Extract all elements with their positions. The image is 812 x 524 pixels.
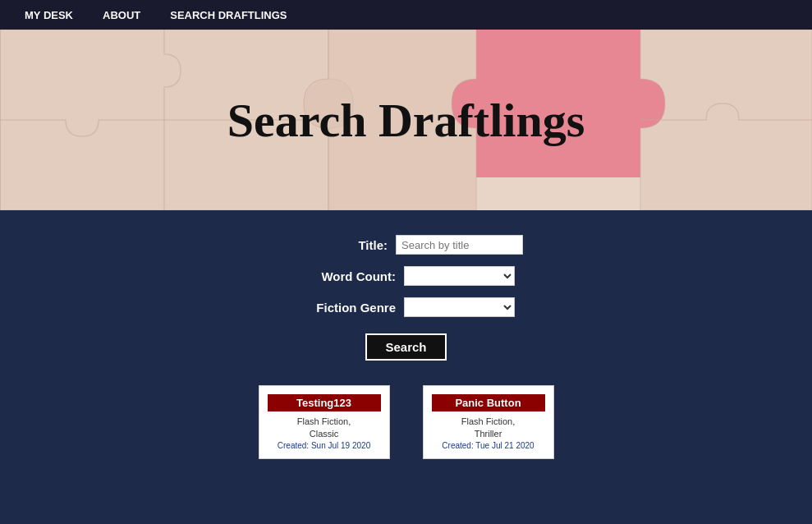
title-label: Title: xyxy=(289,238,388,252)
genre-label: Fiction Genre xyxy=(297,301,396,315)
search-button[interactable]: Search xyxy=(365,333,446,361)
results-section: Testing123 Flash Fiction, Classic Create… xyxy=(0,377,812,492)
wordcount-row: Word Count: Flash Fiction (under 1000) S… xyxy=(297,266,515,286)
navbar: MY DESK ABOUT SEARCH DRAFTLINGS xyxy=(0,0,812,30)
wordcount-select[interactable]: Flash Fiction (under 1000) Short Story (… xyxy=(404,266,515,286)
card-subgenre-1: Thriller xyxy=(432,429,545,439)
card-genres-0: Flash Fiction, xyxy=(268,416,381,426)
wordcount-label: Word Count: xyxy=(297,269,396,283)
card-date-1: Created: Tue Jul 21 2020 xyxy=(432,441,545,450)
card-title-1: Panic Button xyxy=(432,394,545,411)
nav-search-draftlings[interactable]: SEARCH DRAFTLINGS xyxy=(155,0,301,30)
card-date-0: Created: Sun Jul 19 2020 xyxy=(268,441,381,450)
card-subgenre-0: Classic xyxy=(268,429,381,439)
search-section: Title: Word Count: Flash Fiction (under … xyxy=(0,210,812,377)
hero-banner: Search Draftlings xyxy=(0,30,812,210)
genre-row: Fiction Genre Classic Comedy Fantasy Hor… xyxy=(297,297,515,317)
card-title-0: Testing123 xyxy=(268,394,381,411)
result-card-1[interactable]: Panic Button Flash Fiction, Thriller Cre… xyxy=(423,385,554,459)
title-input[interactable] xyxy=(396,235,523,255)
page-title: Search Draftlings xyxy=(227,93,585,148)
card-genres-1: Flash Fiction, xyxy=(432,416,545,426)
result-card-0[interactable]: Testing123 Flash Fiction, Classic Create… xyxy=(259,385,390,459)
genre-select[interactable]: Classic Comedy Fantasy Horror Mystery Ro… xyxy=(404,297,515,317)
title-row: Title: xyxy=(289,235,523,255)
nav-my-desk[interactable]: MY DESK xyxy=(10,0,88,30)
nav-about[interactable]: ABOUT xyxy=(88,0,155,30)
